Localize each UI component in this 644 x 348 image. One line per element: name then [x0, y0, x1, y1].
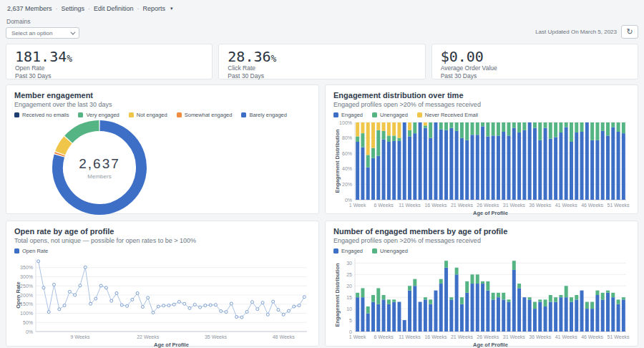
legend-swatch: [333, 112, 338, 117]
chevron-down-icon: [70, 29, 75, 34]
breadcrumb-edit-definition-link[interactable]: Edit Definition: [94, 5, 134, 12]
chart-title: Open rate by age of profile: [14, 227, 311, 236]
domains-filter: Domains Select an option: [6, 18, 79, 39]
svg-text:35 Weeks: 35 Weeks: [205, 334, 227, 339]
breadcrumb-separator: ·: [88, 5, 90, 12]
breadcrumb-members-link[interactable]: 2,637 Members: [7, 5, 52, 12]
svg-text:0%: 0%: [345, 198, 352, 203]
kpi-label: Click Rate: [228, 64, 416, 72]
svg-text:Engagement Distribution: Engagement Distribution: [334, 263, 341, 327]
svg-text:150%: 150%: [20, 301, 33, 306]
svg-text:6 Weeks: 6 Weeks: [374, 203, 394, 208]
svg-text:1 Week: 1 Week: [349, 203, 366, 208]
svg-text:26 Weeks: 26 Weeks: [477, 334, 499, 339]
last-updated-area: Last Updated On March 5, 2023 ↻: [535, 25, 638, 39]
breadcrumb-reports-link[interactable]: Reports: [143, 5, 166, 12]
legend-item[interactable]: Open Rate: [14, 248, 48, 254]
legend: Received no emailsVery engagedNot engage…: [14, 112, 311, 118]
member-engagement-donut: 2,637 Members: [52, 120, 147, 216]
svg-text:46 Weeks: 46 Weeks: [581, 334, 603, 339]
legend-item[interactable]: Received no emails: [14, 112, 69, 118]
breadcrumb-settings-link[interactable]: Settings: [62, 5, 85, 12]
svg-text:30: 30: [346, 261, 352, 266]
svg-text:40%: 40%: [342, 166, 352, 171]
kpi-value: 181.34%: [15, 49, 203, 64]
dashboard-page: 2,637 Members · Settings · Edit Definiti…: [0, 0, 644, 348]
svg-text:41 Weeks: 41 Weeks: [555, 334, 577, 339]
legend-swatch: [417, 112, 422, 117]
kpi-average-order-value: $0.00 Average Order Value Past 30 Days: [431, 44, 638, 79]
breadcrumb: 2,637 Members · Settings · Edit Definiti…: [7, 5, 637, 12]
member-engagement-card: Member engagement Engagement over the la…: [6, 84, 319, 214]
charts-row-top: Member engagement Engagement over the la…: [6, 84, 638, 214]
svg-text:51 Weeks: 51 Weeks: [608, 203, 630, 208]
svg-text:1 Week: 1 Week: [349, 334, 366, 339]
svg-text:0: 0: [349, 329, 352, 334]
legend-item[interactable]: Unengaged: [372, 248, 408, 254]
legend-item[interactable]: Barely engaged: [241, 112, 287, 118]
svg-text:6 Weeks: 6 Weeks: [374, 334, 394, 339]
svg-text:25: 25: [346, 272, 352, 277]
legend-item[interactable]: Not engaged: [129, 112, 167, 118]
kpi-row: 181.34% Open Rate Past 30 Days 28.36% Cl…: [6, 44, 638, 79]
svg-text:80%: 80%: [342, 135, 352, 140]
legend: EngagedUnengagedNever Received Email: [333, 112, 630, 118]
chart-subtitle: Engaged profiles open >20% of messages r…: [333, 237, 630, 244]
legend-label: Engaged: [341, 248, 363, 254]
legend-item[interactable]: Never Received Email: [417, 112, 478, 118]
domains-label: Domains: [6, 18, 79, 25]
legend-swatch: [78, 112, 83, 117]
svg-text:31 Weeks: 31 Weeks: [503, 334, 525, 339]
kpi-value: $0.00: [441, 49, 629, 64]
svg-text:Open Rate: Open Rate: [15, 281, 21, 309]
legend-label: Very engaged: [86, 112, 119, 118]
legend-swatch: [241, 112, 246, 117]
open-rate-line-chart: 0%50%100%150%200%250%300%350%9 Weeks22 W…: [14, 254, 311, 348]
domains-select-value: Select an option: [11, 30, 52, 37]
legend-label: Barely engaged: [249, 112, 287, 118]
legend-label: Received no emails: [22, 112, 69, 118]
engaged-members-bar-chart: 0510152025301 Week6 Weeks11 Weeks16 Week…: [333, 254, 630, 348]
svg-text:11 Weeks: 11 Weeks: [399, 203, 421, 208]
refresh-button[interactable]: ↻: [621, 25, 638, 39]
svg-text:21 Weeks: 21 Weeks: [451, 203, 473, 208]
legend-swatch: [372, 248, 377, 253]
legend-item[interactable]: Unengaged: [372, 112, 408, 118]
legend-item[interactable]: Engaged: [333, 248, 363, 254]
svg-text:60%: 60%: [342, 151, 352, 156]
svg-text:20: 20: [346, 284, 352, 289]
svg-text:10: 10: [346, 306, 352, 311]
svg-text:Age of Profile: Age of Profile: [154, 342, 189, 348]
legend-label: Not engaged: [137, 112, 167, 118]
member-engagement-donut-chart: [52, 120, 147, 216]
charts-row-bottom: Open rate by age of profile Total opens,…: [6, 221, 638, 347]
legend-item[interactable]: Engaged: [333, 112, 363, 118]
legend: Open Rate: [14, 248, 311, 254]
legend-item[interactable]: Very engaged: [78, 112, 119, 118]
svg-text:11 Weeks: 11 Weeks: [399, 334, 421, 339]
kpi-period: Past 30 Days: [228, 72, 416, 80]
svg-text:250%: 250%: [20, 284, 33, 289]
legend-label: Never Received Email: [425, 112, 478, 118]
svg-text:22 Weeks: 22 Weeks: [137, 334, 159, 339]
legend-label: Engaged: [341, 112, 363, 118]
legend-label: Somewhat engaged: [185, 112, 233, 118]
kpi-period: Past 30 Days: [15, 72, 203, 80]
breadcrumb-separator: ·: [56, 5, 58, 12]
svg-text:21 Weeks: 21 Weeks: [451, 334, 473, 339]
svg-text:100%: 100%: [20, 311, 33, 316]
svg-text:50%: 50%: [23, 320, 33, 325]
chart-title: Number of engaged members by age of prof…: [333, 227, 630, 236]
refresh-icon: ↻: [626, 28, 633, 36]
legend-swatch: [177, 112, 182, 117]
caret-down-icon: ▾: [170, 6, 173, 11]
legend-item[interactable]: Somewhat engaged: [177, 112, 233, 118]
svg-text:16 Weeks: 16 Weeks: [424, 203, 447, 208]
domains-select[interactable]: Select an option: [6, 27, 79, 39]
svg-text:9 Weeks: 9 Weeks: [70, 334, 90, 339]
kpi-click-rate: 28.36% Click Rate Past 30 Days: [218, 44, 425, 79]
svg-text:0%: 0%: [26, 329, 33, 334]
engagement-distribution-card: Engagement distribution over time Engage…: [325, 84, 638, 214]
svg-text:300%: 300%: [20, 274, 33, 279]
chart-subtitle: Engagement over the last 30 days: [14, 101, 311, 108]
